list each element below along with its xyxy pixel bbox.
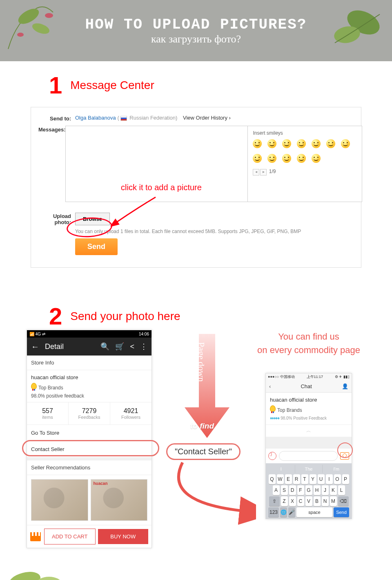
medal-icon bbox=[31, 383, 37, 389]
chat-text-input[interactable] bbox=[279, 451, 338, 461]
key-a[interactable]: A bbox=[273, 485, 280, 495]
key-j[interactable]: J bbox=[322, 485, 329, 495]
recipient-link[interactable]: Olga Balabanova bbox=[75, 115, 116, 121]
key-l[interactable]: L bbox=[338, 485, 345, 495]
key-i[interactable]: I bbox=[326, 474, 333, 484]
key-x[interactable]: X bbox=[289, 496, 296, 506]
key-send[interactable]: Send bbox=[334, 507, 349, 517]
key-z[interactable]: Z bbox=[281, 496, 288, 506]
key-r[interactable]: R bbox=[293, 474, 300, 484]
smiley-icon[interactable] bbox=[253, 154, 262, 163]
suggestion[interactable]: I bbox=[267, 465, 295, 473]
click-hint-text: click it to add a picture bbox=[121, 183, 202, 192]
key-m[interactable]: M bbox=[330, 496, 337, 506]
key-c[interactable]: C bbox=[297, 496, 304, 506]
step-title: Message Center bbox=[70, 79, 154, 92]
back-icon[interactable]: ← bbox=[31, 342, 39, 351]
svg-point-1 bbox=[31, 21, 51, 36]
key-v[interactable]: V bbox=[305, 496, 312, 506]
positive-feedback: 98.0% Positive Feedback bbox=[281, 416, 327, 420]
svg-point-7 bbox=[37, 577, 61, 580]
carrier-text: ●●●○○ 中国移动 bbox=[268, 374, 295, 380]
key-f[interactable]: F bbox=[297, 485, 304, 495]
key-e[interactable]: E bbox=[285, 474, 292, 484]
go-to-store-link[interactable]: Go To Store bbox=[27, 424, 151, 441]
recommendation-item[interactable] bbox=[31, 479, 88, 521]
add-to-cart-button[interactable]: ADD TO CART bbox=[44, 529, 96, 544]
browse-button[interactable]: Browse bbox=[75, 213, 110, 225]
keyboard-suggestions: I The I'm bbox=[267, 465, 350, 473]
send-button[interactable]: Send bbox=[75, 238, 118, 255]
key-b[interactable]: B bbox=[314, 496, 321, 506]
nav-title: Chat bbox=[301, 383, 312, 389]
key-123[interactable]: 123 bbox=[268, 507, 279, 517]
smiley-icon[interactable] bbox=[267, 154, 276, 163]
view-order-history-link[interactable]: View Order History › bbox=[183, 115, 231, 121]
smileys-next-button[interactable]: ▸ bbox=[260, 169, 267, 176]
status-icons: ⚙ ✈︎ ▮▮▯ bbox=[335, 375, 350, 379]
key-backspace[interactable]: ⌫ bbox=[338, 496, 349, 506]
flag-icon bbox=[120, 116, 127, 121]
key-k[interactable]: K bbox=[330, 485, 337, 495]
key-o[interactable]: O bbox=[334, 474, 341, 484]
back-icon[interactable]: ‹ bbox=[269, 383, 271, 389]
profile-icon[interactable]: 👤 bbox=[342, 383, 348, 389]
key-w[interactable]: W bbox=[277, 474, 284, 484]
store-icon[interactable] bbox=[30, 532, 41, 541]
instruction-mid-column: Page down to find "Contact Seller" bbox=[156, 330, 252, 548]
smiley-icon[interactable] bbox=[312, 154, 321, 163]
cart-icon[interactable]: 🛒 bbox=[115, 342, 124, 351]
key-space[interactable]: space bbox=[296, 507, 332, 517]
suggestion[interactable]: I'm bbox=[322, 465, 350, 473]
suggestion[interactable]: The bbox=[295, 465, 323, 473]
smiley-icon[interactable] bbox=[282, 139, 291, 148]
app-titlebar: ← Detail 🔍 🛒 < ⋮ bbox=[27, 338, 151, 356]
messages-label: Messages: bbox=[38, 126, 65, 202]
key-globe[interactable]: 🌐 bbox=[280, 507, 287, 517]
key-p[interactable]: P bbox=[342, 474, 349, 484]
smileys-pager: ◂▸ 1/9 bbox=[253, 169, 357, 176]
smiley-icon[interactable] bbox=[312, 139, 321, 148]
key-n[interactable]: N bbox=[322, 496, 329, 506]
key-u[interactable]: U bbox=[318, 474, 325, 484]
curved-arrow-icon bbox=[166, 458, 256, 532]
smiley-icon[interactable] bbox=[326, 139, 335, 148]
more-icon[interactable]: ⋮ bbox=[140, 342, 147, 351]
key-g[interactable]: G bbox=[305, 485, 312, 495]
upload-hint: You can only upload 1 files in total. Ea… bbox=[75, 229, 354, 234]
top-brands-badge: Top Brands bbox=[270, 405, 347, 413]
contact-seller-link[interactable]: Contact Seller bbox=[27, 441, 151, 457]
stat-feedbacks[interactable]: 7279Feedbacks bbox=[68, 402, 110, 424]
positive-feedback: 98.0% positive feedback bbox=[31, 393, 147, 399]
emoji-icon[interactable] bbox=[268, 452, 276, 460]
store-info-header: Store Info bbox=[27, 356, 151, 370]
collapse-toggle[interactable]: ︿ bbox=[266, 424, 352, 437]
share-icon[interactable]: < bbox=[130, 342, 134, 351]
key-shift[interactable]: ⇧ bbox=[269, 496, 280, 506]
key-t[interactable]: T bbox=[301, 474, 308, 484]
stat-items[interactable]: 557items bbox=[27, 402, 68, 424]
smiley-icon[interactable] bbox=[282, 154, 291, 163]
smiley-icon[interactable] bbox=[341, 139, 350, 148]
key-d[interactable]: D bbox=[289, 485, 296, 495]
search-icon[interactable]: 🔍 bbox=[100, 342, 109, 351]
step-number: 1 bbox=[49, 71, 62, 99]
camera-icon[interactable] bbox=[340, 452, 349, 460]
message-center-panel: Send to: Olga Balabanova ( Russian Feder… bbox=[31, 107, 361, 268]
key-y[interactable]: Y bbox=[310, 474, 316, 484]
smiley-icon[interactable] bbox=[267, 139, 276, 148]
buy-now-button[interactable]: BUY NOW bbox=[98, 529, 149, 544]
key-q[interactable]: Q bbox=[269, 474, 276, 484]
status-time: 上午11:17 bbox=[307, 374, 323, 380]
step-1-header: 1 Message Center bbox=[0, 61, 392, 99]
recommendation-item[interactable]: huacan bbox=[91, 479, 148, 521]
key-s[interactable]: S bbox=[281, 485, 288, 495]
smiley-icon[interactable] bbox=[297, 139, 306, 148]
smiley-icon[interactable] bbox=[297, 154, 306, 163]
stat-followers[interactable]: 4921Followers bbox=[110, 402, 151, 424]
ios-navbar: ‹ Chat 👤 bbox=[266, 380, 352, 393]
smileys-prev-button[interactable]: ◂ bbox=[253, 169, 259, 176]
key-mic[interactable]: 🎤 bbox=[288, 507, 295, 517]
smiley-icon[interactable] bbox=[253, 139, 262, 148]
key-h[interactable]: H bbox=[314, 485, 321, 495]
